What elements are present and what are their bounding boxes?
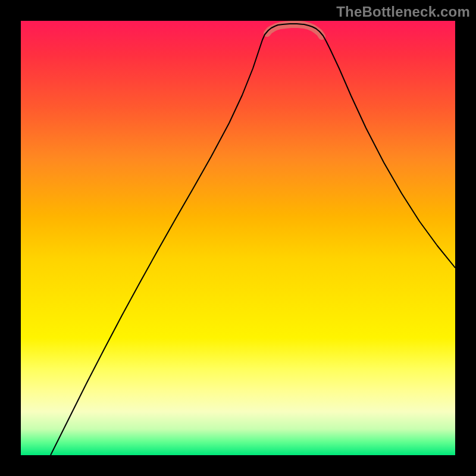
chart-frame: TheBottleneck.com [0, 0, 476, 476]
plot-gradient-background [21, 21, 455, 455]
watermark-text: TheBottleneck.com [336, 4, 470, 20]
